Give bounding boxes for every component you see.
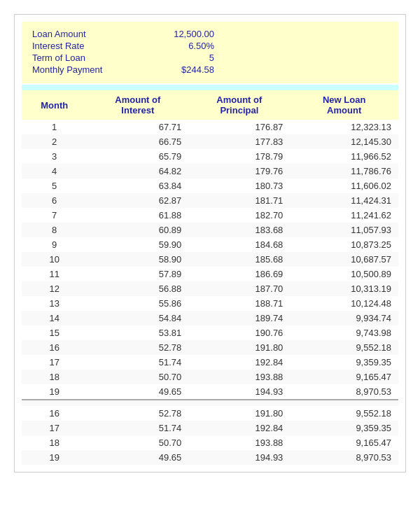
cell-new-loan: 10,687.57 — [290, 252, 398, 267]
cell-new-loan: 8,970.53 — [290, 450, 398, 465]
cell-month: 10 — [22, 252, 87, 267]
table-row: 1850.70193.889,165.47 — [22, 370, 398, 384]
cell-month: 8 — [22, 223, 87, 237]
col-principal: Amount ofPrincipal — [188, 90, 290, 120]
cell-interest: 66.75 — [87, 134, 188, 149]
cell-new-loan: 9,359.35 — [290, 355, 398, 370]
main-container: Loan Amount 12,500.00 Interest Rate 6.50… — [14, 14, 406, 472]
cell-principal: 176.87 — [188, 120, 290, 134]
cell-principal: 184.68 — [188, 237, 290, 252]
cell-month: 9 — [22, 237, 87, 252]
cell-principal: 177.83 — [188, 134, 290, 149]
loan-amount-row: Loan Amount 12,500.00 — [32, 29, 388, 39]
monthly-payment-row: Monthly Payment $244.58 — [32, 64, 388, 75]
cell-month: 15 — [22, 326, 87, 340]
table-row: 1058.90185.6810,687.57 — [22, 252, 398, 267]
cell-principal: 194.93 — [188, 450, 290, 465]
cell-new-loan: 9,552.18 — [290, 406, 398, 421]
table-row: 1652.78191.809,552.18 — [22, 406, 398, 421]
cell-interest: 49.65 — [87, 450, 188, 465]
table-row: 1751.74192.849,359.35 — [22, 355, 398, 370]
table-row: 662.87181.7111,424.31 — [22, 193, 398, 208]
cell-new-loan: 11,424.31 — [290, 193, 398, 208]
cell-principal: 185.68 — [188, 252, 290, 267]
cell-principal: 193.88 — [188, 435, 290, 450]
cell-month: 19 — [22, 384, 87, 400]
cell-interest: 56.88 — [87, 281, 188, 296]
cell-new-loan: 11,786.76 — [290, 164, 398, 178]
table-row: 464.82179.7611,786.76 — [22, 164, 398, 178]
cell-month: 3 — [22, 149, 87, 164]
cell-interest: 51.74 — [87, 355, 188, 370]
table-row: 1157.89186.6910,500.89 — [22, 267, 398, 281]
table-row: 1949.65194.938,970.53 — [22, 450, 398, 465]
col-month: Month — [22, 90, 87, 120]
cell-interest: 53.81 — [87, 326, 188, 340]
cell-principal: 178.79 — [188, 149, 290, 164]
col-new-loan: New LoanAmount — [290, 90, 398, 120]
table-row: 1355.86188.7110,124.48 — [22, 296, 398, 311]
cell-new-loan: 9,934.74 — [290, 311, 398, 326]
cyan-divider — [22, 85, 398, 90]
table-row: 959.90184.6810,873.25 — [22, 237, 398, 252]
cell-new-loan: 10,500.89 — [290, 267, 398, 281]
table-row: 761.88182.7011,241.62 — [22, 208, 398, 223]
cell-month: 18 — [22, 370, 87, 384]
cell-month: 4 — [22, 164, 87, 178]
term-value: 5 — [144, 52, 214, 63]
cell-month: 6 — [22, 193, 87, 208]
cell-principal: 183.68 — [188, 223, 290, 237]
cell-month: 7 — [22, 208, 87, 223]
cell-interest: 55.86 — [87, 296, 188, 311]
table-row: 365.79178.7911,966.52 — [22, 149, 398, 164]
cell-principal: 191.80 — [188, 406, 290, 421]
cell-month: 1 — [22, 120, 87, 134]
cell-new-loan: 11,606.02 — [290, 178, 398, 193]
cell-new-loan: 10,873.25 — [290, 237, 398, 252]
cell-principal: 179.76 — [188, 164, 290, 178]
cell-new-loan: 12,323.13 — [290, 120, 398, 134]
cell-interest: 57.89 — [87, 267, 188, 281]
cell-interest: 60.89 — [87, 223, 188, 237]
cell-interest: 61.88 — [87, 208, 188, 223]
cell-interest: 50.70 — [87, 370, 188, 384]
cell-month: 2 — [22, 134, 87, 149]
interest-rate-value: 6.50% — [144, 41, 214, 51]
cell-interest: 50.70 — [87, 435, 188, 450]
summary-section: Loan Amount 12,500.00 Interest Rate 6.50… — [22, 22, 398, 83]
table-row: 1652.78191.809,552.18 — [22, 340, 398, 355]
table-row: 1751.74192.849,359.35 — [22, 421, 398, 435]
table-row: 1256.88187.7010,313.19 — [22, 281, 398, 296]
cell-month: 16 — [22, 340, 87, 355]
cell-month: 17 — [22, 355, 87, 370]
monthly-payment-value: $244.58 — [144, 64, 214, 75]
cell-month: 11 — [22, 267, 87, 281]
cell-new-loan: 9,552.18 — [290, 340, 398, 355]
cell-month: 18 — [22, 435, 87, 450]
cell-new-loan: 9,165.47 — [290, 435, 398, 450]
cell-month: 13 — [22, 296, 87, 311]
table-row: 860.89183.6811,057.93 — [22, 223, 398, 237]
loan-amount-value: 12,500.00 — [144, 29, 214, 39]
cell-month: 5 — [22, 178, 87, 193]
cell-principal: 180.73 — [188, 178, 290, 193]
cell-interest: 59.90 — [87, 237, 188, 252]
interest-rate-row: Interest Rate 6.50% — [32, 41, 388, 51]
cell-principal: 192.84 — [188, 355, 290, 370]
cell-interest: 63.84 — [87, 178, 188, 193]
cell-month: 17 — [22, 421, 87, 435]
monthly-payment-label: Monthly Payment — [32, 64, 144, 75]
cell-principal: 189.74 — [188, 311, 290, 326]
cell-new-loan: 11,057.93 — [290, 223, 398, 237]
separator-row — [22, 400, 398, 406]
cell-new-loan: 10,313.19 — [290, 281, 398, 296]
cell-interest: 67.71 — [87, 120, 188, 134]
cell-interest: 49.65 — [87, 384, 188, 400]
cell-principal: 194.93 — [188, 384, 290, 400]
table-row: 266.75177.8312,145.30 — [22, 134, 398, 149]
cell-new-loan: 11,966.52 — [290, 149, 398, 164]
cell-principal: 191.80 — [188, 340, 290, 355]
cell-interest: 62.87 — [87, 193, 188, 208]
cell-principal: 193.88 — [188, 370, 290, 384]
cell-month: 12 — [22, 281, 87, 296]
